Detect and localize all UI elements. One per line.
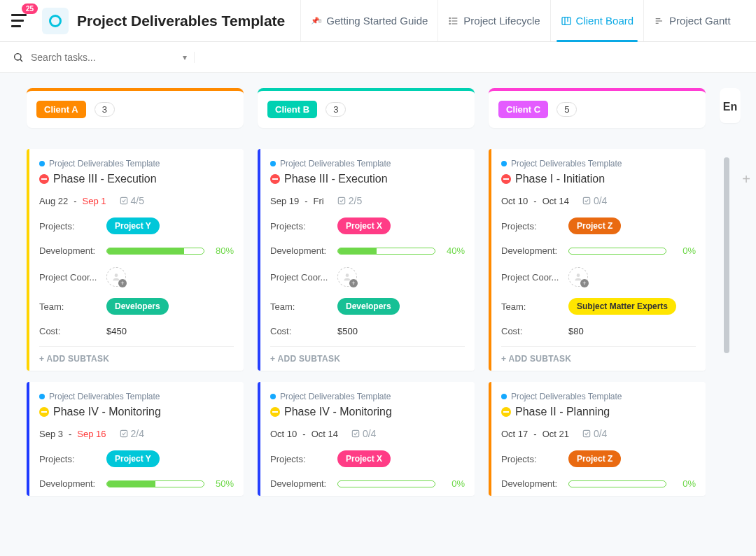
search-row: ▾ [0,42,756,73]
task-title: Phase III - Execution [284,173,388,185]
task-card[interactable]: Project Deliverables Template Phase II -… [489,382,706,496]
column-count: 3 [326,102,346,117]
cost-value: $80 [568,326,584,336]
field-label-projects: Projects: [39,221,106,231]
vertical-scrollbar[interactable] [724,157,729,353]
board-icon [561,15,572,27]
project-tag[interactable]: Project Z [568,218,621,234]
tab-label: Client Board [576,15,634,27]
svg-point-19 [115,273,118,277]
task-template: Project Deliverables Template [49,159,160,169]
team-tag[interactable]: Developers [106,298,169,315]
task-card[interactable]: Project Deliverables Template Phase III … [27,149,244,371]
notification-badge: 25 [22,3,38,14]
field-label-team: Team: [39,301,106,312]
add-column-button[interactable]: + [742,171,750,187]
progress: 80% [106,245,234,256]
date-range: Sep 3-Sep 162/4 [39,428,234,439]
task-template: Project Deliverables Template [49,392,160,401]
priority-icon [501,174,511,184]
task-title: Phase III - Execution [53,173,157,185]
status-dot-icon [270,161,276,166]
search-box[interactable]: ▾ [13,52,195,63]
column-pill: Client B [267,101,317,118]
circle-icon [49,15,62,27]
status-dot-icon [39,394,45,399]
search-icon [13,52,24,63]
column-extra: En [720,88,741,496]
assignee-placeholder[interactable]: + [568,267,588,287]
team-tag[interactable]: Subject Matter Experts [568,298,676,315]
add-subtask-button[interactable]: + ADD SUBTASK [501,346,696,364]
priority-icon [39,407,49,417]
column-header[interactable]: Client C 5 [489,88,706,128]
status-dot-icon [39,161,45,166]
svg-point-22 [346,273,349,277]
add-subtask-button[interactable]: + ADD SUBTASK [39,346,234,364]
add-subtask-button[interactable]: + ADD SUBTASK [270,346,465,364]
status-dot-icon [501,394,507,399]
svg-point-7 [449,17,450,18]
svg-rect-26 [583,430,589,436]
progress-fill [107,248,184,254]
svg-point-8 [449,20,450,21]
priority-icon [501,407,511,417]
svg-rect-23 [352,430,358,436]
cost-value: $450 [106,326,127,336]
field-label-cost: Cost: [39,326,106,336]
svg-point-16 [15,53,21,59]
app-logo[interactable] [42,8,69,34]
task-card[interactable]: Project Deliverables Template Phase IV -… [258,382,475,496]
search-input[interactable] [31,52,176,63]
field-label-coord: Project Coor... [39,272,106,283]
svg-point-9 [449,23,450,24]
column-header[interactable]: En [720,88,741,123]
svg-rect-24 [583,197,589,204]
task-card[interactable]: Project Deliverables Template Phase IV -… [27,382,244,496]
task-title: Phase IV - Monitoring [284,406,392,418]
task-title: Phase II - Planning [515,406,610,418]
task-card[interactable]: Project Deliverables Template Phase III … [258,149,475,371]
list-icon [448,15,459,27]
column-client-a: Client A 3 Project Deliverables Template… [27,88,244,496]
svg-line-17 [20,59,22,62]
tab-label: Project Lifecycle [463,15,540,27]
svg-rect-20 [120,430,127,436]
column-count: 5 [556,102,577,117]
plus-icon: + [118,279,127,287]
tab-client-board[interactable]: Client Board [550,0,644,41]
project-tag[interactable]: Project Y [106,450,160,467]
priority-icon [270,407,280,417]
project-tag[interactable]: Project Z [568,450,621,467]
cost-value: $500 [337,326,358,336]
project-tag[interactable]: Project X [337,218,391,234]
task-card[interactable]: Project Deliverables Template Phase I - … [489,149,706,371]
column-count: 3 [94,102,115,117]
status-dot-icon [270,394,276,399]
svg-rect-18 [120,197,127,204]
svg-rect-10 [562,17,570,24]
team-tag[interactable]: Developers [337,298,400,315]
status-dot-icon [501,161,507,166]
tab-getting-started[interactable]: 📌 Getting Started Guide [300,0,438,41]
pin-doc-icon: 📌 [311,15,322,27]
tab-project-gantt[interactable]: Project Gantt [643,0,741,41]
subtask-count: 4/5 [119,195,144,206]
column-header[interactable]: Client B 3 [258,88,475,128]
column-client-b: Client B 3 Project Deliverables Template… [258,88,475,496]
chevron-down-icon[interactable]: ▾ [183,52,187,62]
date-range: Aug 22-Sep 14/5 [39,195,234,206]
project-tag[interactable]: Project Y [106,218,160,234]
board: Client A 3 Project Deliverables Template… [0,73,756,511]
tab-project-lifecycle[interactable]: Project Lifecycle [438,0,550,41]
column-client-c: Client C 5 Project Deliverables Template… [489,88,706,496]
priority-icon [39,174,49,184]
menu-button[interactable]: 25 [7,9,31,33]
field-label-development: Development: [39,245,106,256]
assignee-placeholder[interactable]: + [106,267,126,287]
project-tag[interactable]: Project X [337,450,391,467]
column-pill: Client A [36,101,86,118]
column-header[interactable]: Client A 3 [27,88,244,128]
gantt-icon [654,15,665,27]
assignee-placeholder[interactable]: + [337,267,357,287]
